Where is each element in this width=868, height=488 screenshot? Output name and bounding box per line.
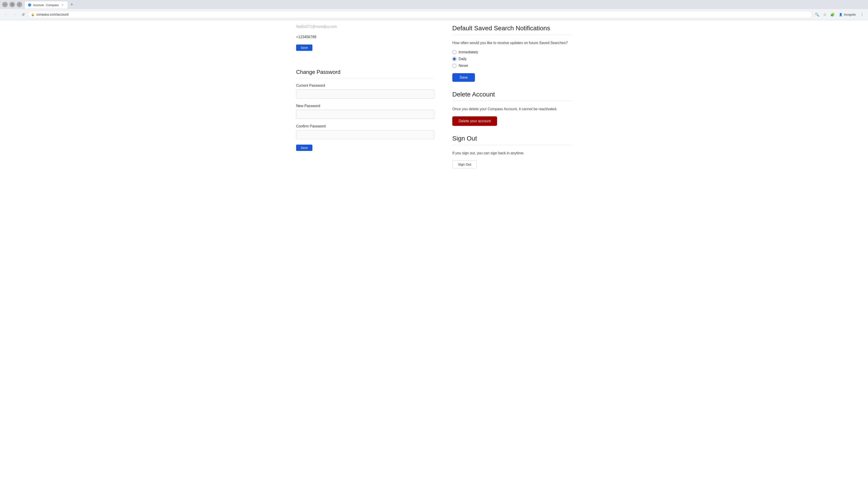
extensions-button[interactable]: 🧩	[829, 11, 836, 18]
minimize-icon: —	[4, 3, 6, 6]
delete-account-divider	[452, 101, 572, 101]
sign-out-button[interactable]: Sign Out	[452, 160, 477, 168]
notification-radio-group: Immediately Daily Never	[452, 50, 572, 68]
tab-bar: Account - Compass × +	[25, 0, 866, 8]
browser-menu-button[interactable]: ⋮	[859, 11, 866, 18]
confirm-password-input[interactable]	[296, 130, 434, 139]
window-controls: — ⧉ ×	[2, 2, 22, 7]
back-button[interactable]: ←	[2, 11, 9, 18]
close-window-button[interactable]: ×	[17, 2, 22, 7]
email-field: 9ad5c571@moodjoy.com	[296, 25, 434, 31]
confirm-password-label: Confirm Password	[296, 124, 434, 128]
confirm-password-group: Confirm Password	[296, 124, 434, 144]
phone-value: +123456789	[296, 35, 316, 39]
browser-toolbar: ← → ↺ 🔒 compass.com/account/ 🔍 ☆ 🧩 👤 Inc…	[0, 9, 868, 20]
radio-daily[interactable]: Daily	[452, 57, 572, 61]
notifications-description: How often would you like to receive upda…	[452, 40, 572, 46]
forward-button[interactable]: →	[11, 11, 18, 18]
active-tab[interactable]: Account - Compass ×	[25, 1, 68, 8]
radio-daily-input[interactable]	[452, 57, 456, 61]
new-tab-button[interactable]: +	[68, 1, 75, 8]
delete-account-title: Delete Account	[452, 91, 572, 98]
maximize-icon: ⧉	[11, 3, 13, 6]
page-content: 9ad5c571@moodjoy.com +123456789 Save Cha…	[287, 20, 581, 182]
sign-out-divider	[452, 145, 572, 145]
sign-out-description: If you sign out, you can sign back in an…	[452, 151, 572, 156]
current-password-input[interactable]	[296, 90, 434, 98]
incognito-label: Incognito	[844, 13, 856, 16]
bookmark-button[interactable]: ☆	[821, 11, 829, 18]
radio-immediately-label: Immediately	[459, 50, 478, 54]
top-save-button[interactable]: Save	[296, 44, 312, 51]
left-column: 9ad5c571@moodjoy.com +123456789 Save Cha…	[296, 25, 448, 177]
change-password-section: Change Password Current Password New Pas…	[296, 69, 434, 151]
current-password-label: Current Password	[296, 84, 434, 88]
notifications-title: Default Saved Search Notifications	[452, 25, 572, 32]
close-window-icon: ×	[19, 3, 20, 6]
profile-icon: 👤	[839, 13, 842, 16]
address-text: compass.com/account/	[36, 13, 809, 16]
radio-immediately[interactable]: Immediately	[452, 50, 572, 54]
new-password-group: New Password	[296, 104, 434, 124]
radio-never[interactable]: Never	[452, 64, 572, 68]
sign-out-section: Sign Out If you sign out, you can sign b…	[452, 135, 572, 168]
browser-titlebar: — ⧉ × Account - Compass × +	[0, 0, 868, 9]
radio-daily-label: Daily	[459, 57, 467, 61]
sign-out-title: Sign Out	[452, 135, 572, 142]
browser-chrome: — ⧉ × Account - Compass × + ← → ↺ 🔒 comp…	[0, 0, 868, 20]
radio-immediately-input[interactable]	[452, 50, 456, 54]
secure-icon: 🔒	[31, 13, 35, 16]
notifications-section: Default Saved Search Notifications How o…	[452, 25, 572, 82]
notifications-save-button[interactable]: Save	[452, 73, 475, 82]
toolbar-actions: 🔍 ☆ 🧩 👤 Incognito ⋮	[813, 11, 866, 18]
new-password-input[interactable]	[296, 110, 434, 119]
delete-account-description: Once you delete your Compass Account, it…	[452, 106, 572, 112]
password-section-divider	[296, 78, 434, 78]
new-password-label: New Password	[296, 104, 434, 108]
tab-title: Account - Compass	[33, 3, 59, 7]
reload-button[interactable]: ↺	[20, 11, 27, 18]
radio-never-input[interactable]	[452, 64, 456, 68]
change-password-title: Change Password	[296, 69, 434, 75]
incognito-badge: 👤 Incognito	[837, 12, 858, 17]
right-column: Default Saved Search Notifications How o…	[448, 25, 572, 177]
minimize-button[interactable]: —	[2, 2, 8, 7]
address-bar[interactable]: 🔒 compass.com/account/	[28, 11, 812, 18]
maximize-button[interactable]: ⧉	[9, 2, 15, 7]
current-password-group: Current Password	[296, 84, 434, 104]
search-button[interactable]: 🔍	[813, 11, 821, 18]
delete-account-button[interactable]: Delete your account	[452, 116, 497, 126]
delete-account-section: Delete Account Once you delete your Comp…	[452, 91, 572, 126]
tab-close-button[interactable]: ×	[60, 3, 64, 7]
tab-favicon	[28, 3, 31, 6]
radio-never-label: Never	[459, 64, 468, 68]
password-save-button[interactable]: Save	[296, 144, 312, 151]
email-value: 9ad5c571@moodjoy.com	[296, 25, 337, 29]
phone-field: +123456789	[296, 35, 434, 39]
